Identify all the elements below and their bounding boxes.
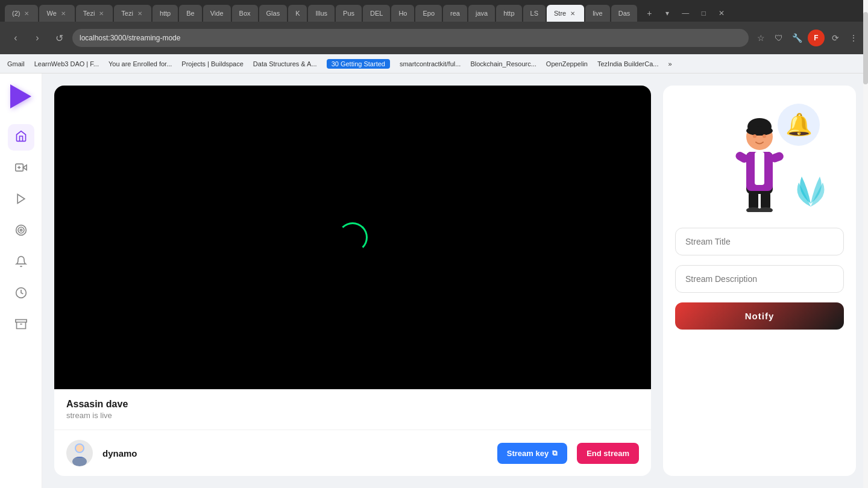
leaves-svg [790, 167, 832, 210]
stream-status: stream is live [66, 411, 639, 420]
app-logo[interactable] [8, 83, 34, 110]
video-container [54, 86, 651, 389]
tab-item[interactable]: Box [232, 5, 258, 22]
tab-label: Box [239, 10, 251, 17]
reload-button[interactable]: ↺ [51, 30, 68, 46]
bookmark-gmail[interactable]: Gmail [7, 60, 25, 67]
close-icon[interactable]: ✕ [97, 9, 105, 17]
notify-label: Notify [745, 311, 775, 321]
tab-item[interactable]: rea [443, 5, 467, 22]
tab-item[interactable]: We ✕ [39, 5, 74, 22]
bookmark-learnweb3[interactable]: LearnWeb3 DAO | F... [34, 60, 99, 67]
sync-icon[interactable]: ⟳ [828, 31, 843, 45]
end-stream-button[interactable]: End stream [577, 443, 639, 464]
tab-item[interactable]: LS [523, 5, 546, 22]
tab-item[interactable]: Das [611, 5, 638, 22]
bookmark-tezindia[interactable]: TezIndia BuilderCa... [597, 60, 659, 67]
play-icon [15, 193, 27, 208]
tab-item[interactable]: Epo [415, 5, 442, 22]
bookmark-buildspace[interactable]: Projects | Buildspace [181, 60, 244, 67]
bookmark-blockchain[interactable]: Blockchain_Resourc... [470, 60, 536, 67]
shield-icon[interactable]: 🛡 [772, 31, 786, 45]
notification-illustration: 🔔 [675, 98, 844, 218]
tab-item[interactable]: Glas [259, 5, 288, 22]
sidebar-item-clock[interactable] [8, 281, 34, 307]
svg-rect-20 [755, 152, 764, 185]
sidebar [0, 74, 42, 488]
scrollbar-thumb[interactable] [863, 74, 868, 84]
tab-label: Das [618, 10, 631, 17]
url-text: localhost:3000/streaming-mode [80, 34, 180, 42]
svg-rect-8 [15, 319, 26, 322]
tab-item[interactable]: http [496, 5, 521, 22]
close-icon[interactable]: ✕ [568, 9, 577, 17]
bookmark-openzeppelin[interactable]: OpenZeppelin [546, 60, 588, 67]
new-tab-button[interactable]: + [641, 5, 658, 22]
back-button[interactable]: ‹ [7, 30, 24, 46]
sidebar-item-play[interactable] [8, 187, 34, 213]
browser-tabs: (2) ✕ We ✕ Tezi ✕ Tezi ✕ http Be Vide Bo… [0, 0, 868, 22]
bookmark-gettingstarted[interactable]: 30 Getting Started [327, 59, 390, 69]
bookmark-smartcontract[interactable]: smartcontractkit/ful... [400, 60, 461, 67]
svg-point-12 [76, 445, 83, 452]
stream-key-button[interactable]: Stream key ⧉ [497, 443, 567, 464]
close-window-button[interactable]: ✕ [713, 5, 730, 22]
close-icon[interactable]: ✕ [22, 9, 31, 17]
sidebar-item-video-plus[interactable] [8, 155, 34, 182]
sidebar-item-archive[interactable] [8, 312, 34, 339]
address-bar[interactable]: localhost:3000/streaming-mode [72, 29, 749, 47]
tab-item[interactable]: Be [179, 5, 201, 22]
toolbar-icons: ☆ 🛡 🔧 F ⟳ ⋮ [753, 30, 861, 46]
svg-point-11 [72, 457, 87, 466]
sidebar-item-home[interactable] [8, 124, 34, 151]
tab-dropdown-button[interactable]: ▾ [659, 5, 676, 22]
tab-item[interactable]: Tezi ✕ [114, 5, 151, 22]
tab-item[interactable]: (2) ✕ [5, 5, 38, 22]
end-stream-label: End stream [587, 449, 629, 458]
bookmark-enrolled[interactable]: You are Enrolled for... [108, 60, 172, 67]
tab-item[interactable]: java [468, 5, 495, 22]
stream-info: Assasin dave stream is live [54, 389, 651, 430]
tab-item[interactable]: http [153, 5, 178, 22]
stream-title-input[interactable] [675, 228, 844, 255]
tab-label: Vide [210, 10, 224, 17]
tab-active[interactable]: Stre ✕ [547, 5, 584, 22]
tab-item[interactable]: K [288, 5, 307, 22]
bookmark-icon[interactable]: ☆ [753, 31, 768, 45]
tab-item[interactable]: Vide [203, 5, 231, 22]
tab-label: Epo [423, 10, 435, 17]
stream-description-input[interactable] [675, 265, 844, 293]
extensions-icon[interactable]: 🔧 [790, 31, 804, 45]
video-plus-icon [15, 161, 27, 177]
close-icon[interactable]: ✕ [136, 9, 144, 17]
bookmark-datastructures[interactable]: Data Structures & A... [253, 60, 317, 67]
tab-item[interactable]: DEL [363, 5, 390, 22]
menu-button[interactable]: ⋮ [846, 31, 861, 45]
tab-item[interactable]: Illus [308, 5, 335, 22]
notify-button[interactable]: Notify [675, 302, 844, 330]
close-icon[interactable]: ✕ [59, 9, 68, 17]
sidebar-item-target[interactable] [8, 218, 34, 245]
right-panel: 🔔 [663, 86, 856, 476]
app-body: Assasin dave stream is live dynamo [0, 74, 868, 488]
minimize-button[interactable]: — [677, 5, 694, 22]
more-bookmarks[interactable]: » [668, 60, 671, 67]
sidebar-item-bell[interactable] [8, 249, 34, 276]
home-icon [15, 130, 27, 145]
archive-icon [15, 318, 27, 333]
external-link-icon: ⧉ [552, 449, 558, 457]
person-illustration [723, 104, 796, 212]
leaves-decoration [790, 167, 832, 212]
maximize-button[interactable]: □ [695, 5, 712, 22]
svg-point-17 [753, 134, 756, 138]
profile-icon[interactable]: F [808, 30, 825, 46]
tab-label: live [593, 10, 603, 17]
tab-label: Tezi [121, 10, 133, 17]
forward-button[interactable]: › [29, 30, 46, 46]
scrollbar[interactable] [863, 74, 868, 488]
tab-item[interactable]: live [585, 5, 610, 22]
tab-item[interactable]: Pus [336, 5, 362, 22]
tab-item[interactable]: Tezi ✕ [76, 5, 113, 22]
tab-item[interactable]: Ho [391, 5, 414, 22]
avatar-svg [66, 440, 93, 466]
